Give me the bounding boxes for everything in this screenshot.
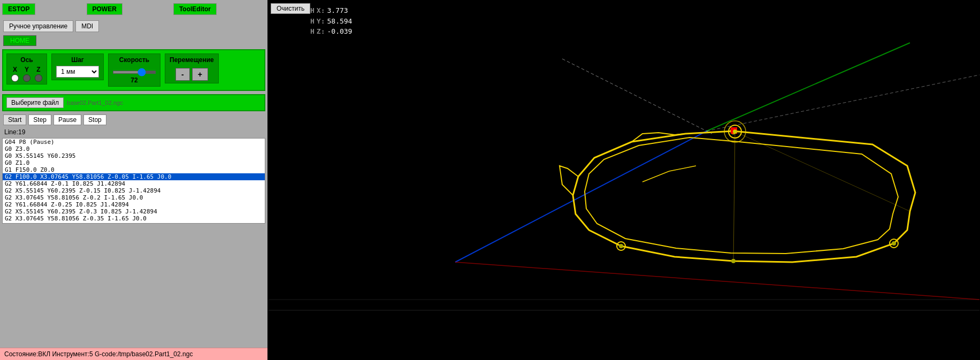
svg-point-19 (892, 241, 896, 246)
tab-manual[interactable]: Ручное управление (3, 20, 73, 32)
gcode-line: G2 X5.55145 Y60.2395 Z-0.15 I0.825 J-1.4… (3, 187, 265, 194)
gcode-editor[interactable]: G04 P8 (Pause)G0 Z3.0G0 X5.55145 Y60.239… (2, 138, 265, 224)
coord-hx-label: H (310, 5, 315, 16)
gcode-line: G2 F100.0 X3.07645 Y58.81056 Z-0.05 I-1.… (3, 173, 265, 180)
gcode-line: G0 X5.55145 Y60.2395 (3, 152, 265, 159)
svg-rect-0 (268, 0, 979, 360)
coord-hz-label: H (310, 26, 315, 37)
pause-button[interactable]: Pause (53, 114, 81, 125)
move-plus-button[interactable]: + (192, 68, 208, 81)
gcode-line: G2 X3.07645 Y58.81056 Z-0.35 I-1.65 J0.0 (3, 215, 265, 222)
start-button[interactable]: Start (3, 114, 26, 125)
gcode-line: G2 Y61.66844 Z-0.1 I0.825 J1.42894 (3, 180, 265, 187)
speed-label: Скорость (119, 56, 149, 64)
clear-button[interactable]: Очистить (271, 3, 310, 14)
axis-z[interactable]: Z (35, 66, 42, 82)
move-minus-button[interactable]: - (175, 68, 190, 81)
gcode-line: G2 Y61.66844 Z-0.25 I0.825 J1.42894 (3, 201, 265, 208)
axis-box: Ось X Y Z (6, 53, 47, 85)
gcode-line: G0 Z3.0 (3, 145, 265, 152)
axis-y-label: Y (25, 66, 29, 73)
speed-slider[interactable] (113, 71, 156, 74)
svg-point-18 (619, 244, 623, 248)
coord-x-row: H X: 3.773 (310, 5, 352, 16)
viewport-toolbar: Очистить (271, 3, 310, 14)
coord-y-value: 58.594 (327, 16, 352, 27)
viewport[interactable]: Очистить H X: 3.773 H Y: 58.594 H Z: -0.… (267, 0, 980, 360)
speed-box: Скорость 72 (108, 53, 160, 87)
control-section: Ось X Y Z (2, 49, 265, 91)
coord-z-row: H Z: -0.039 (310, 26, 352, 37)
coord-x-value: 3.773 (327, 5, 348, 16)
coord-z-value: -0.039 (327, 26, 352, 37)
move-label: Перемещение (170, 56, 214, 64)
tab-mdi[interactable]: MDI (75, 20, 99, 32)
file-section: Выберите файл base02.Part1_02.ngc (2, 94, 265, 111)
speed-value: 72 (131, 76, 137, 84)
move-buttons: - + (175, 68, 208, 81)
step-box: Шаг 0.1 мм 0.5 мм 1 мм 5 мм 10 мм (51, 53, 104, 80)
axis-x[interactable]: X (11, 66, 19, 82)
home-button[interactable]: HOME (3, 35, 36, 46)
tab-bar: Ручное управление MDI (0, 18, 267, 34)
coord-y-key: Y: (317, 16, 325, 27)
axis-z-label: Z (36, 66, 40, 73)
speed-slider-container (113, 68, 156, 75)
viewport-svg (267, 0, 980, 360)
axis-x-label: X (13, 66, 17, 73)
move-box: Перемещение - + (165, 53, 219, 83)
gcode-line: G04 P8 (Pause) (3, 139, 265, 145)
coord-hy-label: H (310, 16, 315, 27)
coord-z-key: Z: (317, 26, 325, 37)
tooleditor-button[interactable]: ToolEditor (173, 3, 217, 15)
line-info: Line:19 (0, 127, 267, 137)
stop-button[interactable]: Stop (83, 114, 106, 125)
gcode-line: G0 Z1.0 (3, 159, 265, 166)
axis-z-dot (35, 74, 42, 82)
svg-point-17 (733, 129, 737, 134)
toolbar: ESTOP POWER ToolEditor (0, 0, 267, 18)
coord-x-key: X: (317, 5, 325, 16)
axis-x-dot (11, 74, 19, 82)
gcode-line: G2 X5.55145 Y60.2395 Z-0.3 I0.825 J-1.42… (3, 208, 265, 215)
status-bar: Состояние:ВКЛ Инструмент:5 G-code:/tmp/b… (0, 348, 267, 360)
axis-label: Ось (20, 56, 33, 64)
gcode-line: G1 F150.0 Z0.0 (3, 166, 265, 173)
axis-row: X Y Z (11, 66, 42, 82)
axis-y-dot (23, 74, 30, 82)
coords-display: H X: 3.773 H Y: 58.594 H Z: -0.039 (310, 5, 352, 37)
step-button[interactable]: Step (28, 114, 51, 125)
status-text: Состояние:ВКЛ Инструмент:5 G-code:/tmp/b… (4, 350, 193, 358)
axis-y[interactable]: Y (23, 66, 30, 82)
choose-file-button[interactable]: Выберите файл (6, 97, 64, 108)
home-bar: HOME (0, 34, 267, 47)
coord-y-row: H Y: 58.594 (310, 16, 352, 27)
svg-point-20 (731, 259, 736, 263)
file-path: base02.Part1_02.ngc (67, 99, 123, 106)
gcode-line: G2 X3.07645 Y58.81056 Z-0.2 I-1.65 J0.0 (3, 194, 265, 201)
program-controls: Start Step Pause Stop (0, 112, 267, 127)
estop-button[interactable]: ESTOP (2, 3, 35, 15)
step-select[interactable]: 0.1 мм 0.5 мм 1 мм 5 мм 10 мм (56, 66, 99, 78)
power-button[interactable]: POWER (87, 3, 122, 15)
step-label: Шаг (71, 56, 84, 64)
